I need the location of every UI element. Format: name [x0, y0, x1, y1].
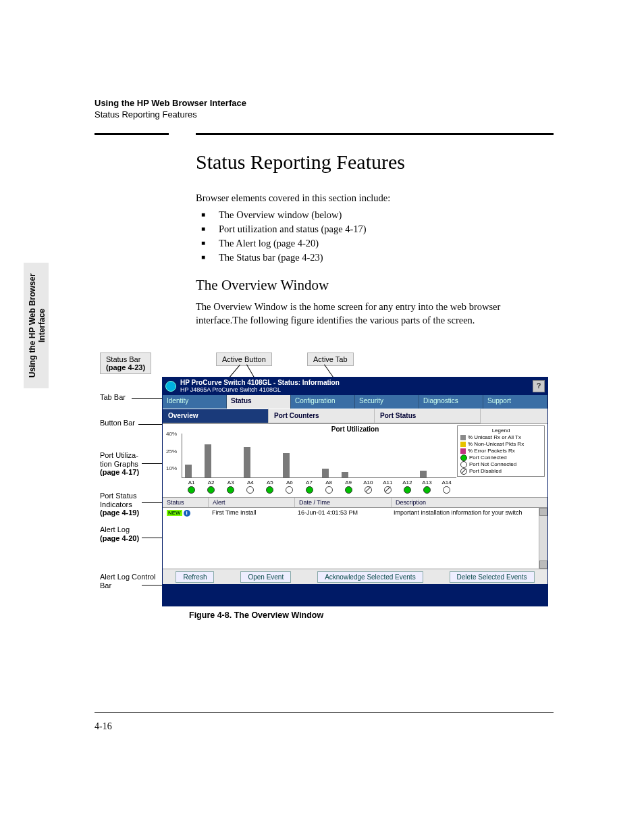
alert-row[interactable]: NEWi First Time Install 16-Jun-01 4:01:5…	[163, 508, 547, 517]
tab-configuration[interactable]: Configuration	[291, 395, 355, 409]
port-status-button[interactable]: Port Status	[375, 409, 481, 423]
bar	[283, 453, 290, 477]
scrollbar[interactable]	[539, 508, 547, 569]
page-number: 4-16	[95, 721, 112, 732]
port-status-indicator	[325, 486, 333, 494]
port-column: A6	[279, 479, 299, 496]
legend-swatch-not-connected	[460, 461, 467, 468]
legend-label: Port Not Connected	[469, 461, 516, 468]
port-status-indicator	[443, 486, 450, 494]
chart-bars: 40% 25% 10%	[182, 434, 456, 478]
acknowledge-button[interactable]: Acknowledge Selected Events	[317, 571, 423, 583]
running-head-bold: Using the HP Web Browser Interface	[95, 98, 554, 108]
legend: Legend % Unicast Rx or All Tx % Non-Unic…	[457, 425, 545, 477]
alert-name: First Time Install	[208, 509, 294, 516]
chart-title: Port Utilization	[331, 425, 379, 433]
port-status-indicator	[306, 486, 313, 494]
alert-log-body: NEWi First Time Install 16-Jun-01 4:01:5…	[163, 508, 547, 569]
legend-swatch-error	[460, 448, 466, 454]
port-label: A3	[221, 479, 240, 486]
port-label: A9	[339, 479, 358, 486]
callout-alert-ctl: Alert Log Control Bar	[100, 573, 161, 590]
port-utilization-chart: Port Utilization Legend % Unicast Rx or …	[163, 423, 547, 497]
port-column: A10	[358, 479, 378, 496]
callout-label: Port Utiliza- tion Graphs	[100, 451, 161, 468]
scroll-thumb-up[interactable]	[539, 508, 547, 516]
tab-support[interactable]: Support	[483, 395, 547, 409]
side-tab-line: Using the HP Web Browser	[28, 268, 37, 383]
tab-status[interactable]: Status	[227, 395, 291, 409]
port-label: A4	[240, 479, 260, 486]
tab-identity[interactable]: Identity	[163, 395, 227, 409]
port-label: A7	[299, 479, 319, 486]
callout-label: Button Bar	[100, 419, 161, 427]
body-paragraph: The Overview Window is the home screen f…	[196, 301, 554, 327]
alert-log-header: Status Alert Date / Time Description	[163, 497, 547, 508]
tab-diagnostics[interactable]: Diagnostics	[419, 395, 483, 409]
col-status: Status	[163, 498, 209, 507]
legend-label: % Unicast Rx or All Tx	[468, 434, 521, 441]
port-label: A2	[201, 479, 221, 486]
legend-swatch-nonunicast	[460, 442, 466, 447]
tab-security[interactable]: Security	[355, 395, 419, 409]
callout-active-button: Active Button	[216, 353, 272, 366]
callout-label: Port Status Indicators	[100, 492, 161, 509]
running-head-regular: Status Reporting Features	[95, 109, 554, 120]
port-column: A11	[378, 479, 398, 496]
y-tick: 25%	[166, 448, 177, 454]
callout-active-tab: Active Tab	[307, 353, 354, 366]
port-label: A10	[358, 479, 378, 486]
bullet-item: Port utilization and status (page 4-17)	[196, 224, 554, 235]
overview-button[interactable]: Overview	[163, 409, 269, 423]
status-bar: HP ProCurve Switch 4108GL - Status: Info…	[163, 377, 547, 395]
bullet-list: The Overview window (below) Port utiliza…	[196, 209, 554, 263]
col-datetime: Date / Time	[295, 498, 392, 507]
scroll-thumb-down[interactable]	[539, 561, 547, 569]
port-column: A12	[398, 479, 417, 496]
port-column: A9	[339, 479, 358, 496]
port-status-indicator	[246, 486, 254, 494]
port-status-indicator	[227, 486, 234, 494]
port-counters-button[interactable]: Port Counters	[269, 409, 375, 423]
callout-page: (page 4-19)	[100, 509, 161, 517]
port-status-indicator	[286, 486, 293, 494]
port-column: A2	[201, 479, 221, 496]
callout-port-status: Port Status Indicators(page 4-19)	[100, 492, 161, 517]
port-column: A14	[437, 479, 456, 496]
figure-caption: Figure 4-8. The Overview Window	[189, 610, 323, 620]
side-tab-line: Interface	[37, 268, 47, 383]
port-label: A8	[319, 479, 339, 486]
intro-text: Browser elements covered in this section…	[196, 192, 554, 204]
delete-events-button[interactable]: Delete Selected Events	[450, 571, 535, 583]
port-column: A7	[299, 479, 319, 496]
refresh-button[interactable]: Refresh	[176, 571, 214, 583]
help-icon[interactable]: ?	[533, 380, 545, 392]
y-tick: 40%	[166, 431, 177, 437]
bullet-item: The Overview window (below)	[196, 209, 554, 221]
globe-icon	[165, 381, 176, 392]
bar	[322, 469, 329, 477]
port-status-indicator	[384, 486, 392, 494]
bottom-rule	[95, 712, 554, 713]
open-event-button[interactable]: Open Event	[240, 571, 291, 583]
callout-page: (page 4-23)	[106, 363, 145, 371]
alert-datetime: 16-Jun-01 4:01:53 PM	[294, 509, 390, 516]
port-status-indicator	[345, 486, 352, 494]
port-column: A4	[240, 479, 260, 496]
callout-page: (page 4-17)	[100, 468, 161, 477]
rule-short	[95, 133, 169, 135]
window-title: HP ProCurve Switch 4108GL - Status: Info…	[180, 380, 340, 387]
section-title: Status Reporting Features	[196, 151, 554, 174]
port-label: A12	[398, 479, 417, 486]
port-status-indicator	[188, 486, 195, 494]
legend-swatch-disabled	[460, 468, 467, 475]
port-column: A8	[319, 479, 339, 496]
y-tick: 10%	[166, 465, 177, 471]
port-column: A3	[221, 479, 240, 496]
callout-status-bar: Status Bar (page 4-23)	[100, 353, 151, 374]
bullet-item: The Alert log (page 4-20)	[196, 238, 554, 249]
legend-label: % Error Packets Rx	[468, 448, 515, 454]
callout-button-bar: Button Bar	[100, 419, 161, 427]
bullet-item: The Status bar (page 4-23)	[196, 252, 554, 263]
legend-title: Legend	[460, 427, 541, 434]
